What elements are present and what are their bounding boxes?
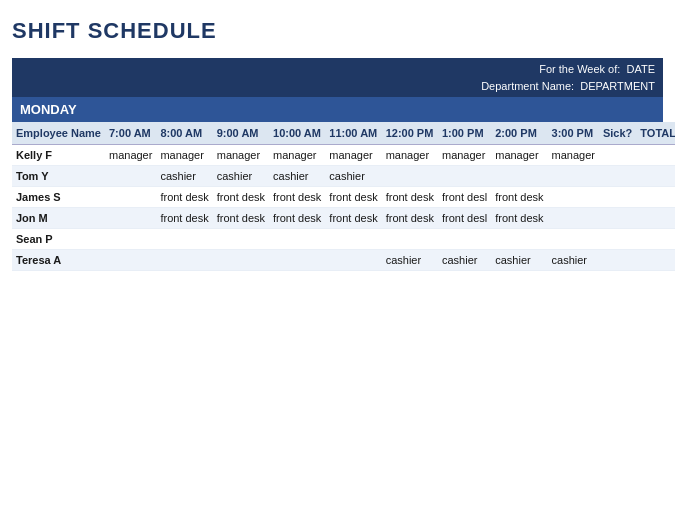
schedule-cell: [636, 229, 675, 250]
schedule-cell: manager: [156, 145, 212, 166]
week-label: For the Week of: DATE: [539, 61, 655, 78]
schedule-cell: front desk: [213, 208, 269, 229]
schedule-cell: [491, 166, 547, 187]
schedule-cell: front desk: [213, 187, 269, 208]
employee-name: Kelly F: [12, 145, 105, 166]
schedule-cell: [382, 166, 438, 187]
schedule-cell: [438, 166, 491, 187]
schedule-cell: [599, 208, 636, 229]
schedule-cell: [599, 250, 636, 271]
schedule-cell: [325, 250, 381, 271]
table-row: Teresa Acashiercashiercashiercashier: [12, 250, 675, 271]
schedule-cell: [636, 145, 675, 166]
schedule-cell: cashier: [213, 166, 269, 187]
schedule-cell: manager: [213, 145, 269, 166]
table-row: Jon Mfront deskfront deskfront deskfront…: [12, 208, 675, 229]
employee-name: Jon M: [12, 208, 105, 229]
schedule-cell: front desl: [438, 208, 491, 229]
schedule-cell: [599, 166, 636, 187]
schedule-cell: [599, 187, 636, 208]
day-header: MONDAY: [12, 97, 663, 122]
schedule-cell: [636, 166, 675, 187]
schedule-cell: [599, 145, 636, 166]
schedule-cell: [438, 229, 491, 250]
schedule-cell: [325, 229, 381, 250]
employee-name: Teresa A: [12, 250, 105, 271]
schedule-cell: front desk: [156, 208, 212, 229]
schedule-cell: [599, 229, 636, 250]
schedule-cell: front desk: [156, 187, 212, 208]
schedule-cell: [213, 229, 269, 250]
schedule-cell: cashier: [156, 166, 212, 187]
col-header-1pm: 1:00 PM: [438, 122, 491, 145]
schedule-cell: manager: [269, 145, 325, 166]
schedule-table: Employee Name 7:00 AM 8:00 AM 9:00 AM 10…: [12, 122, 675, 271]
schedule-cell: [548, 166, 599, 187]
week-info-bar: For the Week of: DATE Department Name: D…: [12, 58, 663, 97]
schedule-cell: manager: [548, 145, 599, 166]
schedule-cell: front desk: [491, 187, 547, 208]
col-header-7am: 7:00 AM: [105, 122, 156, 145]
col-header-11am: 11:00 AM: [325, 122, 381, 145]
schedule-cell: [213, 250, 269, 271]
schedule-cell: front desk: [382, 187, 438, 208]
col-header-8am: 8:00 AM: [156, 122, 212, 145]
schedule-cell: [156, 229, 212, 250]
schedule-cell: front desk: [325, 208, 381, 229]
schedule-cell: front desk: [382, 208, 438, 229]
col-header-sick: Sick?: [599, 122, 636, 145]
col-header-10am: 10:00 AM: [269, 122, 325, 145]
dept-label: Department Name: DEPARTMENT: [481, 78, 655, 95]
schedule-cell: manager: [325, 145, 381, 166]
column-headers: Employee Name 7:00 AM 8:00 AM 9:00 AM 10…: [12, 122, 675, 145]
schedule-cell: [105, 250, 156, 271]
schedule-cell: [636, 250, 675, 271]
col-header-3pm: 3:00 PM: [548, 122, 599, 145]
schedule-cell: [105, 187, 156, 208]
col-header-2pm: 2:00 PM: [491, 122, 547, 145]
schedule-cell: cashier: [548, 250, 599, 271]
schedule-cell: [105, 208, 156, 229]
schedule-cell: [269, 229, 325, 250]
schedule-cell: manager: [382, 145, 438, 166]
employee-name: Tom Y: [12, 166, 105, 187]
schedule-cell: manager: [105, 145, 156, 166]
schedule-cell: front desk: [325, 187, 381, 208]
schedule-cell: front desl: [438, 187, 491, 208]
schedule-cell: cashier: [269, 166, 325, 187]
col-header-9am: 9:00 AM: [213, 122, 269, 145]
employee-name: James S: [12, 187, 105, 208]
schedule-cell: [156, 250, 212, 271]
schedule-cell: front desk: [269, 187, 325, 208]
col-header-12pm: 12:00 PM: [382, 122, 438, 145]
schedule-cell: [548, 208, 599, 229]
schedule-cell: [636, 187, 675, 208]
schedule-cell: manager: [491, 145, 547, 166]
schedule-cell: [105, 229, 156, 250]
schedule-cell: [269, 250, 325, 271]
schedule-cell: cashier: [491, 250, 547, 271]
col-header-name: Employee Name: [12, 122, 105, 145]
schedule-cell: [105, 166, 156, 187]
employee-name: Sean P: [12, 229, 105, 250]
schedule-cell: [548, 229, 599, 250]
schedule-cell: front desk: [491, 208, 547, 229]
schedule-cell: [548, 187, 599, 208]
schedule-cell: cashier: [438, 250, 491, 271]
col-header-total: TOTAL: [636, 122, 675, 145]
table-row: Sean P: [12, 229, 675, 250]
schedule-cell: cashier: [325, 166, 381, 187]
schedule-cell: front desk: [269, 208, 325, 229]
schedule-cell: [636, 208, 675, 229]
schedule-cell: [491, 229, 547, 250]
table-row: James Sfront deskfront deskfront deskfro…: [12, 187, 675, 208]
page-title: SHIFT SCHEDULE: [12, 18, 663, 44]
schedule-cell: manager: [438, 145, 491, 166]
table-row: Kelly Fmanagermanagermanagermanagermanag…: [12, 145, 675, 166]
schedule-cell: cashier: [382, 250, 438, 271]
table-row: Tom Ycashiercashiercashiercashier: [12, 166, 675, 187]
schedule-cell: [382, 229, 438, 250]
